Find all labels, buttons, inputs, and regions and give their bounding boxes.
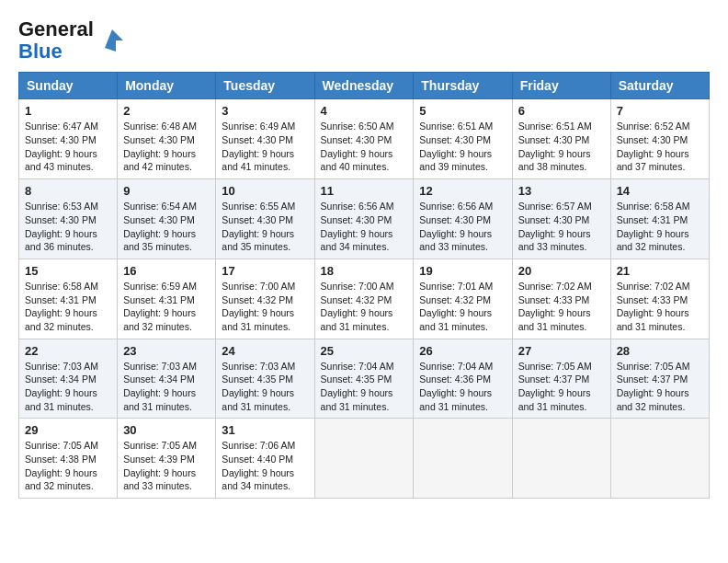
day-number: 13 — [518, 184, 605, 198]
day-info: Sunrise: 7:05 AM Sunset: 4:38 PM Dayligh… — [25, 439, 111, 493]
day-number: 7 — [617, 104, 703, 118]
day-info: Sunrise: 6:51 AM Sunset: 4:30 PM Dayligh… — [419, 120, 506, 174]
day-number: 11 — [321, 184, 408, 198]
weekday-header: Wednesday — [314, 73, 414, 99]
day-number: 25 — [321, 344, 408, 358]
calendar-header-row: SundayMondayTuesdayWednesdayThursdayFrid… — [19, 73, 710, 99]
day-info: Sunrise: 6:56 AM Sunset: 4:30 PM Dayligh… — [419, 200, 506, 254]
day-number: 29 — [25, 423, 111, 437]
day-cell: 21 Sunrise: 7:02 AM Sunset: 4:33 PM Dayl… — [610, 259, 709, 339]
day-cell: 2 Sunrise: 6:48 AM Sunset: 4:30 PM Dayli… — [118, 99, 216, 179]
page-header: General Blue — [18, 18, 710, 63]
day-info: Sunrise: 6:59 AM Sunset: 4:31 PM Dayligh… — [123, 280, 210, 334]
day-info: Sunrise: 6:57 AM Sunset: 4:30 PM Dayligh… — [518, 200, 605, 254]
day-number: 9 — [123, 184, 210, 198]
day-cell: 30 Sunrise: 7:05 AM Sunset: 4:39 PM Dayl… — [118, 419, 216, 499]
day-cell: 12 Sunrise: 6:56 AM Sunset: 4:30 PM Dayl… — [414, 179, 512, 259]
day-number: 12 — [419, 184, 506, 198]
weekday-header: Thursday — [414, 73, 512, 99]
day-cell: 5 Sunrise: 6:51 AM Sunset: 4:30 PM Dayli… — [414, 99, 512, 179]
svg-marker-0 — [105, 29, 123, 52]
day-cell: 7 Sunrise: 6:52 AM Sunset: 4:30 PM Dayli… — [610, 99, 709, 179]
day-number: 24 — [222, 344, 308, 358]
calendar-week-row: 15 Sunrise: 6:58 AM Sunset: 4:31 PM Dayl… — [19, 259, 710, 339]
day-info: Sunrise: 6:55 AM Sunset: 4:30 PM Dayligh… — [222, 200, 308, 254]
day-number: 8 — [25, 184, 111, 198]
day-info: Sunrise: 6:58 AM Sunset: 4:31 PM Dayligh… — [25, 280, 111, 334]
day-number: 15 — [25, 264, 111, 278]
day-info: Sunrise: 7:00 AM Sunset: 4:32 PM Dayligh… — [321, 280, 408, 334]
weekday-header: Tuesday — [216, 73, 314, 99]
day-cell: 28 Sunrise: 7:05 AM Sunset: 4:37 PM Dayl… — [610, 339, 709, 419]
day-info: Sunrise: 7:04 AM Sunset: 4:35 PM Dayligh… — [321, 360, 408, 414]
day-number: 28 — [617, 344, 703, 358]
day-number: 14 — [617, 184, 703, 198]
day-number: 2 — [123, 104, 210, 118]
day-info: Sunrise: 7:03 AM Sunset: 4:34 PM Dayligh… — [123, 360, 210, 414]
day-cell: 25 Sunrise: 7:04 AM Sunset: 4:35 PM Dayl… — [314, 339, 414, 419]
day-number: 10 — [222, 184, 308, 198]
day-cell: 19 Sunrise: 7:01 AM Sunset: 4:32 PM Dayl… — [414, 259, 512, 339]
day-number: 5 — [419, 104, 506, 118]
day-cell: 17 Sunrise: 7:00 AM Sunset: 4:32 PM Dayl… — [216, 259, 314, 339]
day-cell: 1 Sunrise: 6:47 AM Sunset: 4:30 PM Dayli… — [19, 99, 118, 179]
day-number: 6 — [518, 104, 605, 118]
logo: General Blue — [18, 18, 127, 63]
empty-cell — [512, 419, 610, 499]
weekday-header: Sunday — [19, 73, 118, 99]
calendar-week-row: 29 Sunrise: 7:05 AM Sunset: 4:38 PM Dayl… — [19, 419, 710, 499]
day-info: Sunrise: 7:02 AM Sunset: 4:33 PM Dayligh… — [617, 280, 703, 334]
day-info: Sunrise: 6:53 AM Sunset: 4:30 PM Dayligh… — [25, 200, 111, 254]
day-cell: 11 Sunrise: 6:56 AM Sunset: 4:30 PM Dayl… — [314, 179, 414, 259]
day-cell: 29 Sunrise: 7:05 AM Sunset: 4:38 PM Dayl… — [19, 419, 118, 499]
day-number: 3 — [222, 104, 308, 118]
empty-cell — [414, 419, 512, 499]
day-number: 1 — [25, 104, 111, 118]
day-number: 18 — [321, 264, 408, 278]
day-cell: 23 Sunrise: 7:03 AM Sunset: 4:34 PM Dayl… — [118, 339, 216, 419]
day-cell: 26 Sunrise: 7:04 AM Sunset: 4:36 PM Dayl… — [414, 339, 512, 419]
day-number: 23 — [123, 344, 210, 358]
day-cell: 8 Sunrise: 6:53 AM Sunset: 4:30 PM Dayli… — [19, 179, 118, 259]
day-info: Sunrise: 7:03 AM Sunset: 4:35 PM Dayligh… — [222, 360, 308, 414]
day-cell: 3 Sunrise: 6:49 AM Sunset: 4:30 PM Dayli… — [216, 99, 314, 179]
day-info: Sunrise: 7:06 AM Sunset: 4:40 PM Dayligh… — [222, 439, 308, 493]
day-info: Sunrise: 7:03 AM Sunset: 4:34 PM Dayligh… — [25, 360, 111, 414]
day-info: Sunrise: 6:50 AM Sunset: 4:30 PM Dayligh… — [321, 120, 408, 174]
day-cell: 27 Sunrise: 7:05 AM Sunset: 4:37 PM Dayl… — [512, 339, 610, 419]
day-info: Sunrise: 6:51 AM Sunset: 4:30 PM Dayligh… — [518, 120, 605, 174]
day-info: Sunrise: 7:02 AM Sunset: 4:33 PM Dayligh… — [518, 280, 605, 334]
day-cell: 13 Sunrise: 6:57 AM Sunset: 4:30 PM Dayl… — [512, 179, 610, 259]
day-info: Sunrise: 6:49 AM Sunset: 4:30 PM Dayligh… — [222, 120, 308, 174]
logo-icon — [97, 26, 127, 55]
day-info: Sunrise: 7:05 AM Sunset: 4:37 PM Dayligh… — [617, 360, 703, 414]
day-number: 22 — [25, 344, 111, 358]
day-info: Sunrise: 6:47 AM Sunset: 4:30 PM Dayligh… — [25, 120, 111, 174]
day-info: Sunrise: 6:54 AM Sunset: 4:30 PM Dayligh… — [123, 200, 210, 254]
calendar-week-row: 22 Sunrise: 7:03 AM Sunset: 4:34 PM Dayl… — [19, 339, 710, 419]
day-number: 26 — [419, 344, 506, 358]
calendar-week-row: 1 Sunrise: 6:47 AM Sunset: 4:30 PM Dayli… — [19, 99, 710, 179]
day-info: Sunrise: 6:56 AM Sunset: 4:30 PM Dayligh… — [321, 200, 408, 254]
day-info: Sunrise: 7:04 AM Sunset: 4:36 PM Dayligh… — [419, 360, 506, 414]
day-cell: 22 Sunrise: 7:03 AM Sunset: 4:34 PM Dayl… — [19, 339, 118, 419]
logo-general: General — [18, 17, 94, 40]
day-info: Sunrise: 6:52 AM Sunset: 4:30 PM Dayligh… — [617, 120, 703, 174]
day-cell: 14 Sunrise: 6:58 AM Sunset: 4:31 PM Dayl… — [610, 179, 709, 259]
weekday-header: Monday — [118, 73, 216, 99]
day-number: 17 — [222, 264, 308, 278]
logo-blue: Blue — [18, 40, 63, 63]
day-cell: 18 Sunrise: 7:00 AM Sunset: 4:32 PM Dayl… — [314, 259, 414, 339]
day-cell: 6 Sunrise: 6:51 AM Sunset: 4:30 PM Dayli… — [512, 99, 610, 179]
weekday-header: Saturday — [610, 73, 709, 99]
day-cell: 16 Sunrise: 6:59 AM Sunset: 4:31 PM Dayl… — [118, 259, 216, 339]
day-info: Sunrise: 7:00 AM Sunset: 4:32 PM Dayligh… — [222, 280, 308, 334]
day-number: 27 — [518, 344, 605, 358]
calendar-week-row: 8 Sunrise: 6:53 AM Sunset: 4:30 PM Dayli… — [19, 179, 710, 259]
day-info: Sunrise: 7:01 AM Sunset: 4:32 PM Dayligh… — [419, 280, 506, 334]
day-cell: 15 Sunrise: 6:58 AM Sunset: 4:31 PM Dayl… — [19, 259, 118, 339]
day-number: 21 — [617, 264, 703, 278]
day-number: 30 — [123, 423, 210, 437]
day-cell: 10 Sunrise: 6:55 AM Sunset: 4:30 PM Dayl… — [216, 179, 314, 259]
day-cell: 31 Sunrise: 7:06 AM Sunset: 4:40 PM Dayl… — [216, 419, 314, 499]
